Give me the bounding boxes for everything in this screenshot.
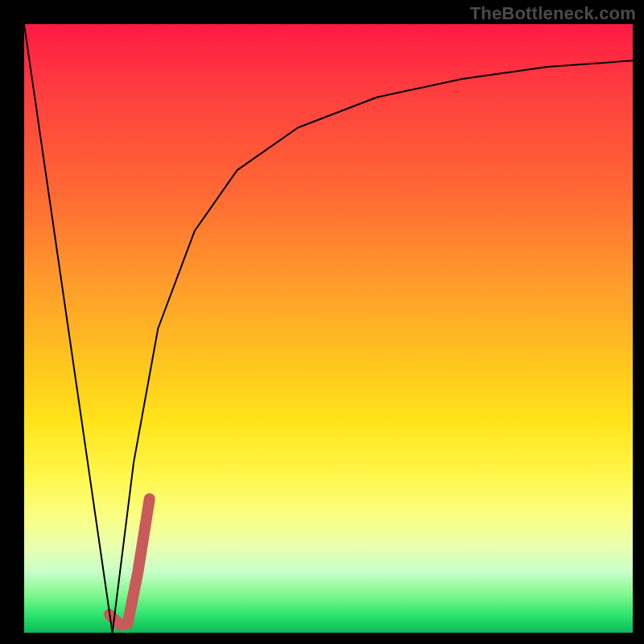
right-curve-path [113, 60, 633, 633]
watermark-label: TheBottleneck.com [470, 3, 636, 24]
plot-area [24, 24, 633, 633]
left-line-path [24, 24, 113, 633]
chart-container: TheBottleneck.com [0, 0, 644, 644]
curves-svg [24, 24, 633, 633]
